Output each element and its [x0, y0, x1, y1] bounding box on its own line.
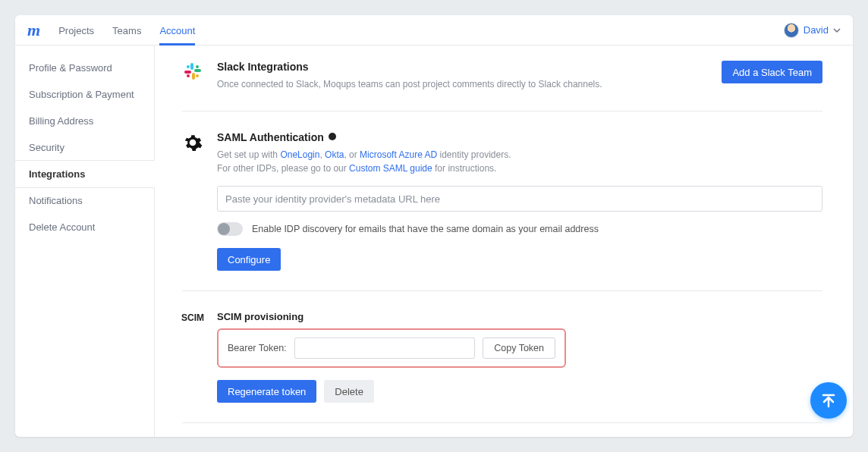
slack-title: Slack Integrations	[217, 61, 602, 73]
nav-projects[interactable]: Projects	[58, 15, 94, 46]
content[interactable]: Slack Integrations Once connected to Sla…	[155, 46, 853, 437]
saml-desc-pre: Get set up with	[217, 149, 280, 160]
saml-desc-post: identity providers.	[437, 149, 511, 160]
user-menu[interactable]: David	[784, 23, 841, 38]
svg-point-7	[187, 74, 190, 77]
link-azure[interactable]: Microsoft Azure AD	[360, 149, 437, 160]
svg-rect-3	[184, 71, 191, 74]
section-saml: SAML Authentication Get set up with OneL…	[182, 131, 822, 291]
app-window: m Projects Teams Account David Profile &…	[15, 15, 853, 437]
sidebar-item-delete[interactable]: Delete Account	[15, 214, 154, 240]
link-onelogin[interactable]: OneLogin	[280, 149, 319, 160]
sidebar-item-security[interactable]: Security	[15, 134, 154, 161]
svg-rect-1	[194, 69, 201, 72]
bearer-token-label: Bearer Token:	[228, 343, 287, 353]
sidebar-item-profile[interactable]: Profile & Password	[15, 55, 154, 81]
add-slack-button[interactable]: Add a Slack Team	[722, 61, 822, 83]
user-name: David	[804, 24, 829, 36]
svg-point-6	[196, 74, 199, 77]
section-scim: SCIM SCIM provisioning Bearer Token: Cop…	[182, 311, 822, 423]
saml-desc2-post: for instructions.	[432, 163, 497, 174]
saml-metadata-input[interactable]	[217, 186, 822, 212]
chevron-down-icon	[833, 27, 841, 34]
nav-teams[interactable]: Teams	[112, 15, 141, 46]
configure-button[interactable]: Configure	[217, 248, 281, 271]
saml-title: SAML Authentication	[217, 131, 324, 143]
svg-point-5	[196, 65, 199, 68]
regenerate-token-button[interactable]: Regenerate token	[217, 380, 316, 403]
logo: m	[27, 20, 40, 40]
saml-desc2-pre: For other IDPs, please go to our	[217, 163, 349, 174]
delete-token-button[interactable]: Delete	[324, 380, 374, 403]
info-icon[interactable]	[329, 133, 336, 140]
scroll-top-fab[interactable]	[810, 382, 847, 419]
saml-desc: Get set up with OneLogin, Okta, or Micro…	[217, 148, 822, 175]
link-okta[interactable]: Okta	[325, 149, 344, 160]
scim-icon: SCIM	[182, 311, 203, 403]
svg-rect-2	[192, 73, 195, 80]
scim-title: SCIM provisioning	[217, 311, 822, 322]
svg-rect-0	[190, 63, 193, 70]
top-nav: Projects Teams Account	[58, 15, 195, 45]
arrow-up-icon	[819, 391, 838, 410]
idp-discovery-toggle[interactable]	[217, 222, 243, 236]
section-slack: Slack Integrations Once connected to Sla…	[182, 61, 822, 111]
svg-point-4	[187, 65, 190, 68]
link-guide[interactable]: Custom SAML guide	[349, 163, 432, 174]
bearer-token-box: Bearer Token: Copy Token	[217, 328, 566, 368]
sidebar: Profile & Password Subscription & Paymen…	[15, 46, 155, 437]
bearer-token-input[interactable]	[294, 337, 476, 359]
sidebar-item-notifications[interactable]: Notifications	[15, 187, 154, 214]
copy-token-button[interactable]: Copy Token	[483, 337, 555, 359]
sidebar-item-billing[interactable]: Billing Address	[15, 108, 154, 134]
avatar	[784, 23, 799, 38]
gear-icon	[182, 131, 203, 271]
slack-icon	[182, 61, 203, 91]
sidebar-item-subscription[interactable]: Subscription & Payment	[15, 81, 154, 108]
saml-desc-or: , or	[344, 149, 360, 160]
body: Profile & Password Subscription & Paymen…	[15, 46, 853, 437]
topbar: m Projects Teams Account David	[15, 15, 853, 46]
nav-account[interactable]: Account	[159, 15, 195, 46]
slack-desc: Once connected to Slack, Moqups teams ca…	[217, 77, 602, 91]
idp-toggle-label: Enable IDP discovery for emails that hav…	[252, 224, 599, 234]
sidebar-item-integrations[interactable]: Integrations	[15, 161, 155, 187]
scim-icon-label: SCIM	[181, 312, 204, 323]
